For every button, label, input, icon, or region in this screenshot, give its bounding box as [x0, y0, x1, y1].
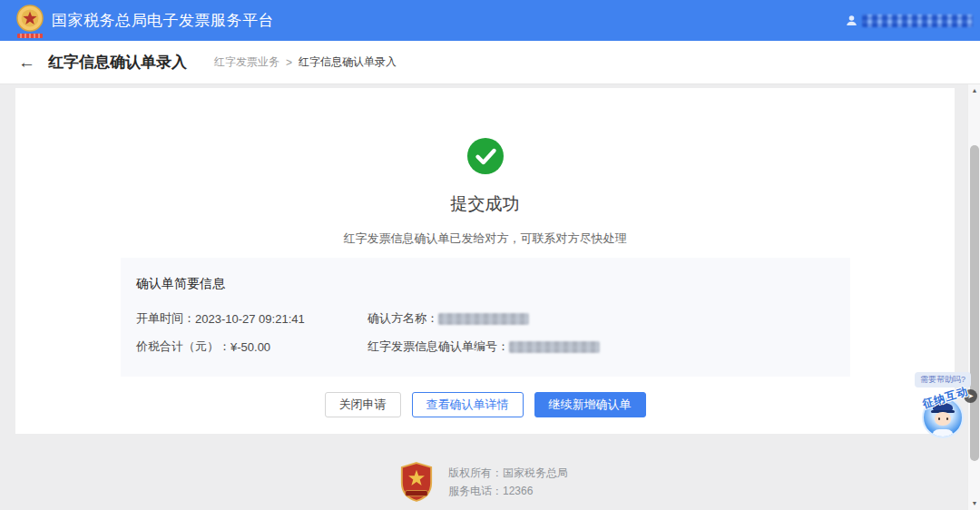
issue-time-label: 开单时间： — [136, 310, 195, 327]
view-confirmation-detail-button[interactable]: 查看确认单详情 — [412, 392, 524, 417]
assistant-widget: 需要帮助吗? ➤ 征纳互动 — [904, 368, 980, 463]
logo-subtext-redacted — [17, 34, 43, 38]
user-name-redacted — [862, 15, 973, 27]
platform-title: 国家税务总局电子发票服务平台 — [52, 10, 274, 31]
main-content-area: 提交成功 红字发票信息确认单已发给对方，可联系对方尽快处理 确认单简要信息 开单… — [0, 84, 967, 510]
result-title: 提交成功 — [15, 192, 955, 216]
total-amount-value: ¥-50.00 — [230, 340, 270, 354]
expand-arrow-button[interactable]: ➤ — [964, 389, 977, 403]
avatar-eye-right — [946, 417, 948, 420]
scroll-up-arrow[interactable]: ▲ — [968, 84, 980, 97]
assistant-avatar[interactable] — [922, 397, 964, 438]
confirm-number-field: 红字发票信息确认单编号： — [368, 338, 832, 355]
avatar-body — [932, 429, 954, 438]
issue-time-value: 2023-10-27 09:21:41 — [195, 312, 305, 326]
user-account-area[interactable] — [846, 0, 973, 41]
service-phone-text: 服务电话：12366 — [448, 482, 568, 500]
confirm-number-label: 红字发票信息确认单编号： — [368, 338, 509, 355]
copyright-text: 版权所有：国家税务总局 — [448, 464, 568, 482]
success-check-icon — [467, 138, 504, 174]
confirm-party-field: 确认方名称： — [368, 310, 832, 327]
summary-card-title: 确认单简要信息 — [136, 276, 832, 292]
summary-card: 确认单简要信息 开单时间： 2023-10-27 09:21:41 确认方名称：… — [121, 258, 850, 377]
app-header: 国家税务总局电子发票服务平台 — [0, 0, 980, 41]
breadcrumb-item-current: 红字信息确认单录入 — [299, 54, 397, 70]
back-arrow-icon[interactable]: ← — [18, 54, 35, 71]
user-icon — [846, 15, 858, 26]
page-title: 红字信息确认单录入 — [48, 52, 187, 73]
tax-shield-icon — [399, 462, 434, 502]
help-bubble[interactable]: 需要帮助吗? — [915, 372, 971, 387]
breadcrumb-separator: > — [286, 56, 292, 69]
summary-fields: 开单时间： 2023-10-27 09:21:41 确认方名称： 价税合计（元）… — [136, 310, 832, 355]
total-amount-label: 价税合计（元）： — [136, 338, 230, 355]
issue-time-field: 开单时间： 2023-10-27 09:21:41 — [136, 310, 368, 327]
result-subtitle: 红字发票信息确认单已发给对方，可联系对方尽快处理 — [15, 230, 955, 247]
total-amount-field: 价税合计（元）： ¥-50.00 — [136, 338, 368, 355]
breadcrumb-item-parent[interactable]: 红字发票业务 — [214, 54, 279, 70]
confirm-party-label: 确认方名称： — [368, 310, 438, 327]
page-footer: 版权所有：国家税务总局 服务电话：12366 — [0, 456, 967, 508]
action-buttons: 关闭申请 查看确认单详情 继续新增确认单 — [15, 392, 955, 417]
breadcrumb-bar: ← 红字信息确认单录入 红字发票业务 > 红字信息确认单录入 — [0, 41, 980, 84]
close-application-button[interactable]: 关闭申请 — [325, 392, 401, 417]
result-panel: 提交成功 红字发票信息确认单已发给对方，可联系对方尽快处理 确认单简要信息 开单… — [15, 88, 955, 434]
tax-emblem-logo — [16, 5, 44, 37]
breadcrumb: 红字发票业务 > 红字信息确认单录入 — [214, 54, 397, 70]
confirm-party-redacted-value — [438, 313, 529, 325]
scroll-down-arrow[interactable]: ▼ — [968, 497, 980, 510]
avatar-eye-left — [938, 417, 940, 420]
avatar-face — [935, 412, 951, 426]
add-new-confirmation-button[interactable]: 继续新增确认单 — [534, 392, 646, 417]
confirm-number-redacted-value — [509, 341, 600, 353]
